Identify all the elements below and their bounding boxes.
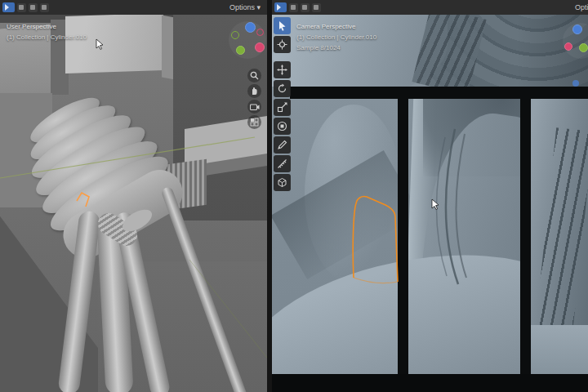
transform-pivot-icon[interactable] (29, 3, 38, 12)
view-name: Camera Perspective (296, 21, 376, 32)
render-sample-counter: Sample 8/1024 (296, 42, 376, 53)
axis-x-ball[interactable] (255, 42, 265, 52)
axis-y-ball[interactable] (579, 43, 588, 52)
tool-select-box[interactable] (274, 17, 291, 34)
editor-type-icon[interactable] (274, 2, 287, 12)
add-cube-icon (277, 177, 287, 188)
context-path: (1) Collection | Cylinder.010 (296, 32, 376, 42)
frame-bar-vertical-2 (520, 87, 531, 374)
transform-icon (277, 121, 287, 131)
tool-move[interactable] (274, 61, 291, 78)
toolbar (274, 17, 291, 191)
measure-icon (277, 158, 287, 169)
camera-view-button[interactable] (247, 100, 261, 114)
options-label: Options (575, 3, 588, 11)
axis-y-neg-ball[interactable] (231, 31, 239, 39)
options-dropdown[interactable]: Options ▾ (572, 2, 588, 12)
axis-y-ball[interactable] (236, 46, 245, 55)
toggle-projection-button[interactable] (247, 115, 261, 129)
tool-scale[interactable] (274, 99, 291, 116)
snap-magnet-icon[interactable] (312, 3, 321, 12)
viewport-right-header: Options ▾ (272, 0, 588, 16)
view-name-overlay: User Perspective (1) Collection | Cylind… (7, 21, 87, 42)
zoom-icon (250, 71, 259, 80)
axis-z-ball[interactable] (245, 22, 256, 33)
context-path: (1) Collection | Cylinder.010 (7, 32, 87, 42)
scale-icon (277, 102, 287, 113)
chevron-down-icon: ▾ (256, 3, 261, 11)
annotate-pen-icon (277, 140, 287, 150)
view-name-overlay: Camera Perspective (1) Collection | Cyli… (296, 21, 376, 53)
viewport-right: Options ▾ (272, 0, 588, 392)
geom-right-panel-bottom (531, 325, 588, 374)
axis-x-neg-ball[interactable] (256, 29, 264, 36)
zoom-dot[interactable] (572, 80, 579, 87)
axis-x-ball[interactable] (564, 42, 572, 51)
axis-z-ball[interactable] (572, 24, 582, 34)
tool-annotate[interactable] (274, 136, 291, 154)
move-icon (277, 65, 287, 75)
toolbar-gap (274, 55, 291, 60)
zoom-button[interactable] (247, 69, 261, 82)
editor-type-icon[interactable] (2, 2, 15, 12)
pan-hand-icon (250, 87, 259, 96)
camera-view-icon (250, 103, 260, 111)
options-dropdown[interactable]: Options ▾ (226, 2, 264, 12)
navigation-axis-gizmo[interactable] (229, 21, 266, 59)
tool-transform[interactable] (274, 118, 291, 135)
viewport-right-canvas[interactable]: Camera Perspective (1) Collection | Cyli… (272, 15, 588, 392)
tool-rotate[interactable] (274, 80, 291, 97)
tool-cursor[interactable] (274, 36, 291, 53)
rotate-icon (277, 83, 287, 94)
tool-measure[interactable] (274, 155, 291, 172)
object-mode-icon[interactable] (17, 3, 26, 12)
object-mode-icon[interactable] (289, 3, 298, 12)
options-label: Options (229, 3, 255, 11)
pan-button[interactable] (247, 84, 261, 98)
frame-bar-horizontal (290, 87, 588, 99)
viewport-left: Options ▾ (0, 0, 267, 392)
frame-bar-bottom (272, 374, 588, 392)
transform-pivot-icon[interactable] (301, 3, 310, 12)
snap-magnet-icon[interactable] (40, 3, 49, 12)
frame-bar-vertical-1 (398, 87, 408, 374)
cursor-icon (277, 39, 287, 50)
viewport-left-canvas[interactable]: User Perspective (1) Collection | Cylind… (0, 15, 267, 392)
view-name: User Perspective (7, 21, 87, 32)
tool-add-cube[interactable] (274, 174, 291, 191)
viewport-left-header: Options ▾ (0, 0, 267, 16)
select-box-icon (277, 20, 287, 31)
toggle-projection-icon (250, 118, 259, 127)
blender-split-viewports: Options ▾ (0, 0, 588, 392)
